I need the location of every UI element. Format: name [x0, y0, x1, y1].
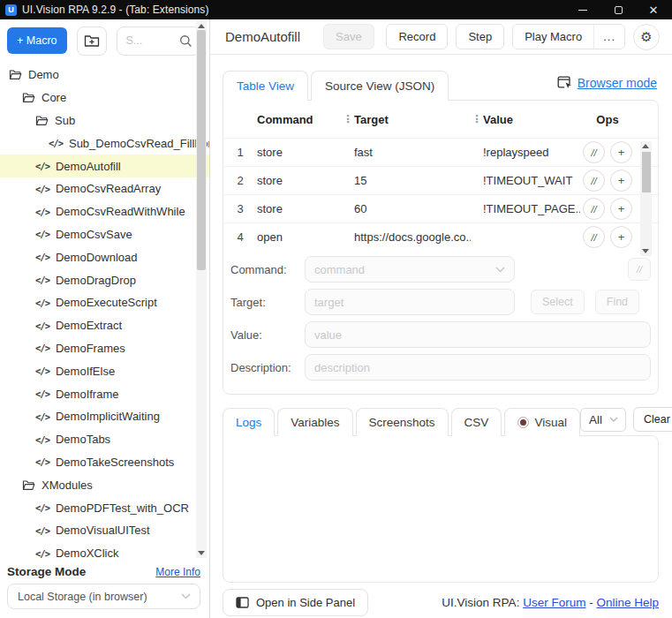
storage-mode-select[interactable]: Local Storage (in browser): [7, 584, 200, 609]
row-add-button[interactable]: +: [610, 170, 632, 192]
tree-item-label: Demo: [28, 68, 59, 81]
tree-item-label: DemoAutofill: [56, 160, 121, 173]
tree-item-demo[interactable]: Demo: [0, 64, 209, 87]
step-button[interactable]: Step: [456, 24, 504, 49]
row-comment-button[interactable]: //: [583, 170, 605, 192]
table-row[interactable]: 4openhttps://docs.google.co...//+: [223, 222, 658, 251]
tree-item-label: Core: [42, 91, 66, 104]
tree-item-demopdftest_with_ocr[interactable]: </>DemoPDFTest_with_OCR: [0, 496, 209, 519]
command-select[interactable]: command: [305, 256, 515, 283]
maximize-button[interactable]: [612, 4, 624, 16]
folder-open-icon: [9, 69, 22, 80]
tree-item-democsvreadwithwhile[interactable]: </>DemoCsvReadWithWhile: [0, 200, 209, 223]
new-folder-button[interactable]: [77, 26, 107, 56]
table-row[interactable]: 1storefast!replayspeed//+: [223, 138, 658, 166]
tree-item-demoframes[interactable]: </>DemoFrames: [0, 337, 209, 360]
row-comment-button[interactable]: //: [583, 226, 605, 248]
macro-code-icon: </>: [35, 411, 49, 422]
scroll-down-icon[interactable]: [642, 249, 649, 253]
tree-item-demovisualuitest[interactable]: </>DemoVisualUITest: [0, 519, 209, 542]
tree-item-demoextract[interactable]: </>DemoExtract: [0, 314, 209, 337]
tree-item-demoimplicitwaiting[interactable]: </>DemoImplicitWaiting: [0, 405, 209, 428]
table-row[interactable]: 2store15!TIMEOUT_WAIT//+: [223, 166, 658, 194]
open-side-panel-button[interactable]: Open in Side Panel: [223, 589, 368, 616]
logs-tabs: Logs Variables Screenshots CSV Visual Al…: [223, 407, 659, 435]
tree-item-label: DemoDragDrop: [56, 274, 136, 287]
tab-logs[interactable]: Logs: [223, 408, 275, 436]
col-resize-icon[interactable]: ⋮: [342, 113, 354, 125]
scroll-up-icon[interactable]: [198, 24, 205, 28]
macro-code-icon: </>: [49, 138, 63, 148]
comment-toggle-button[interactable]: //: [628, 258, 651, 281]
find-button[interactable]: Find: [595, 290, 639, 314]
log-filter-select[interactable]: All: [580, 408, 626, 432]
row-command: store: [257, 202, 342, 215]
value-label: Value:: [230, 328, 305, 342]
table-scrollbar-thumb[interactable]: [642, 152, 651, 192]
close-button[interactable]: ✕: [647, 4, 660, 16]
tab-csv[interactable]: CSV: [451, 408, 502, 436]
col-resize-icon[interactable]: ⋮: [471, 113, 483, 125]
tree-item-democsvsave[interactable]: </>DemoCsvSave: [0, 223, 209, 246]
macro-search-box: [117, 26, 200, 56]
save-button[interactable]: Save: [323, 24, 374, 49]
minimize-button[interactable]: [577, 4, 589, 16]
visual-radio-dot: [520, 419, 526, 426]
tree-item-xmodules[interactable]: XModules: [0, 473, 209, 496]
folder-open-icon: [22, 479, 35, 491]
table-row[interactable]: 3store60!TIMEOUT_PAGE...//+: [223, 194, 658, 222]
macro-code-icon: </>: [35, 252, 49, 262]
sidebar-scrollbar[interactable]: [196, 21, 207, 558]
record-button[interactable]: Record: [386, 24, 448, 49]
tab-variables[interactable]: Variables: [277, 408, 352, 436]
table-scrollbar[interactable]: [640, 141, 652, 256]
row-add-button[interactable]: +: [610, 198, 632, 220]
scroll-up-icon[interactable]: [642, 144, 649, 148]
row-add-button[interactable]: +: [610, 226, 632, 248]
settings-button[interactable]: ⚙: [633, 24, 660, 50]
tree-item-demoxclick[interactable]: </>DemoXClick: [0, 542, 209, 560]
online-help-link[interactable]: Online Help: [596, 596, 659, 609]
folder-open-icon: [35, 115, 49, 126]
more-info-link[interactable]: More Info: [155, 566, 200, 578]
row-target: 15: [354, 174, 471, 187]
row-comment-button[interactable]: //: [583, 141, 605, 163]
tab-screenshots[interactable]: Screenshots: [356, 408, 449, 436]
row-add-button[interactable]: +: [610, 141, 632, 163]
description-input[interactable]: [314, 361, 641, 374]
tree-item-demodragdrop[interactable]: </>DemoDragDrop: [0, 268, 209, 291]
tree-item-democsvreadarray[interactable]: </>DemoCsvReadArray: [0, 177, 209, 200]
tab-source-view-json[interactable]: Source View (JSON): [311, 71, 449, 101]
tree-item-demoexecutescript[interactable]: </>DemoExecuteScript: [0, 291, 209, 314]
tree-item-demoautofill[interactable]: </>DemoAutofill: [0, 154, 209, 177]
tab-table-view[interactable]: Table View: [223, 71, 308, 101]
browser-mode-link[interactable]: Browser mode: [557, 76, 657, 90]
tree-item-sub_democsvread_fillfor[interactable]: </>Sub_DemoCsvRead_FillFor: [0, 132, 209, 154]
visual-radio[interactable]: [517, 417, 529, 428]
tree-item-demoiframe[interactable]: </>DemoIframe: [0, 382, 209, 405]
user-forum-link[interactable]: User Forum: [523, 596, 585, 609]
sidebar-scrollbar-thumb[interactable]: [197, 30, 206, 270]
tree-item-demoifelse[interactable]: </>DemoIfElse: [0, 359, 209, 382]
chevron-down-icon: [181, 593, 191, 599]
table-rows: 1storefast!replayspeed//+2store15!TIMEOU…: [223, 138, 658, 251]
browser-mode-label: Browser mode: [578, 76, 657, 90]
side-panel-icon: [236, 597, 249, 608]
new-macro-button[interactable]: + Macro: [7, 27, 67, 54]
tree-item-sub[interactable]: Sub: [0, 109, 209, 132]
tree-item-demotakescreenshots[interactable]: </>DemoTakeScreenshots: [0, 451, 209, 474]
macro-tree: DemoCoreSub</>Sub_DemoCsvRead_FillFor</>…: [0, 62, 209, 560]
select-button[interactable]: Select: [531, 290, 585, 314]
tree-item-demotabs[interactable]: </>DemoTabs: [0, 428, 209, 451]
value-input[interactable]: [314, 328, 641, 342]
tree-item-core[interactable]: Core: [0, 87, 209, 109]
target-input[interactable]: [314, 296, 505, 309]
visual-toggle[interactable]: Visual: [504, 408, 580, 436]
tree-item-demodownload[interactable]: </>DemoDownload: [0, 245, 209, 268]
more-options-button[interactable]: ...: [593, 25, 624, 49]
macro-search-input[interactable]: [126, 34, 174, 47]
scroll-down-icon[interactable]: [198, 551, 205, 555]
row-comment-button[interactable]: //: [583, 198, 605, 220]
play-macro-button[interactable]: Play Macro: [513, 25, 593, 49]
clear-logs-button[interactable]: Clear: [633, 407, 672, 432]
